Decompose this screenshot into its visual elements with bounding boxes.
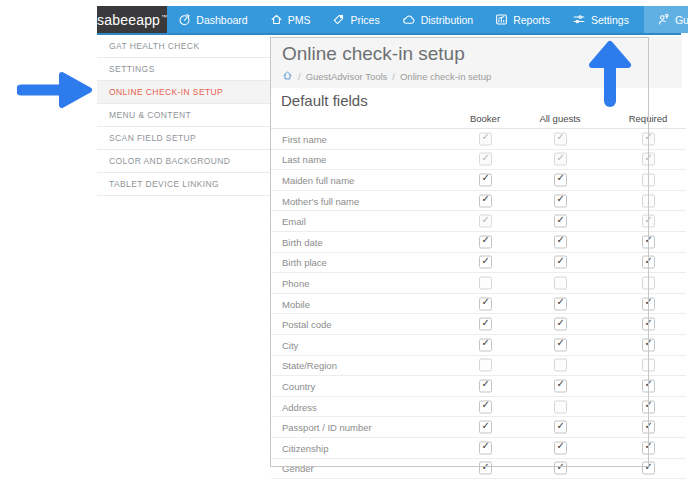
sidebar-item-online-check-in-setup[interactable]: ONLINE CHECK-IN SETUP <box>97 81 270 104</box>
checkbox-required-passport-id-number[interactable] <box>642 421 655 434</box>
checkbox-required-maiden-full-name[interactable] <box>642 173 655 186</box>
checkbox-booker-address[interactable] <box>479 400 492 413</box>
table-row-first-name: First name <box>271 129 686 150</box>
checkbox-required-gender[interactable] <box>642 462 655 475</box>
page-title: Online check-in setup <box>282 43 465 65</box>
checkbox-booker-birth-date[interactable] <box>479 235 492 248</box>
checkbox-all-guests-maiden-full-name[interactable] <box>554 173 567 186</box>
checkbox-all-guests-address[interactable] <box>554 400 567 413</box>
table-row-gender: Gender <box>271 459 686 480</box>
sidebar-item-label: MENU & CONTENT <box>109 110 191 120</box>
sidebar-item-scan-field-setup[interactable]: SCAN FIELD SETUP <box>97 127 270 150</box>
checkbox-all-guests-mobile[interactable] <box>554 297 567 310</box>
breadcrumb: / GuestAdvisor Tools / Online check-in s… <box>282 70 491 83</box>
field-label: Phone <box>282 277 309 288</box>
sidebar-item-gat-health-check[interactable]: GAT HEALTH CHECK <box>97 35 270 58</box>
sabeeapp-logo[interactable]: sabeeapp™ <box>97 6 167 33</box>
nav-item-label: Prices <box>350 14 379 26</box>
field-label: Last name <box>282 154 326 165</box>
checkbox-required-birth-date[interactable] <box>642 235 655 248</box>
sidebar-item-label: SCAN FIELD SETUP <box>109 133 196 143</box>
nav-item-reports[interactable]: Reports <box>484 6 561 33</box>
table-row-last-name: Last name <box>271 150 686 171</box>
checkbox-required-country[interactable] <box>642 379 655 392</box>
checkbox-required-citizenship[interactable] <box>642 441 655 454</box>
nav-item-prices[interactable]: Prices <box>321 6 390 33</box>
checkbox-required-phone[interactable] <box>642 276 655 289</box>
checkbox-required-mother-s-full-name[interactable] <box>642 194 655 207</box>
checkbox-all-guests-email[interactable] <box>554 215 567 228</box>
checkbox-booker-postal-code[interactable] <box>479 318 492 331</box>
checkbox-booker-gender[interactable] <box>479 462 492 475</box>
checkbox-booker-phone[interactable] <box>479 276 492 289</box>
checkbox-booker-birth-place[interactable] <box>479 256 492 269</box>
checkbox-all-guests-gender[interactable] <box>554 462 567 475</box>
nav-item-distribution[interactable]: Distribution <box>391 6 485 33</box>
checkbox-required-last-name <box>642 153 655 166</box>
checkbox-required-mobile[interactable] <box>642 297 655 310</box>
table-row-address: Address <box>271 397 686 418</box>
checkbox-all-guests-phone[interactable] <box>554 276 567 289</box>
checkbox-required-email <box>642 215 655 228</box>
field-label: First name <box>282 133 327 144</box>
checkbox-required-postal-code[interactable] <box>642 318 655 331</box>
nav-item-settings[interactable]: Settings <box>561 6 640 33</box>
field-label: Gender <box>282 463 314 474</box>
nav-item-label: Reports <box>513 14 550 26</box>
table-row-maiden-full-name: Maiden full name <box>271 170 686 191</box>
checkbox-all-guests-mother-s-full-name[interactable] <box>554 194 567 207</box>
table-row-birth-place: Birth place <box>271 253 686 274</box>
field-label: Birth place <box>282 257 327 268</box>
checkbox-all-guests-country[interactable] <box>554 379 567 392</box>
breadcrumb-guestadvisor-tools[interactable]: GuestAdvisor Tools <box>306 71 388 82</box>
table-row-city: City <box>271 335 686 356</box>
checkbox-booker-email <box>479 215 492 228</box>
sidebar-item-color-and-background[interactable]: COLOR AND BACKGROUND <box>97 150 270 173</box>
sidebar-item-label: SETTINGS <box>109 64 155 74</box>
checkbox-all-guests-state-region[interactable] <box>554 359 567 372</box>
checkbox-booker-maiden-full-name[interactable] <box>479 173 492 186</box>
checkbox-booker-country[interactable] <box>479 379 492 392</box>
table-row-birth-date: Birth date <box>271 232 686 253</box>
field-label: Citizenship <box>282 442 328 453</box>
sidebar-item-tablet-device-linking[interactable]: TABLET DEVICE LINKING <box>97 173 270 196</box>
nav-item-label: Settings <box>591 14 629 26</box>
chart-icon <box>495 13 508 26</box>
sliders-icon <box>572 13 586 26</box>
checkbox-booker-state-region[interactable] <box>479 359 492 372</box>
nav-item-label: Dashboard <box>196 14 247 26</box>
checkbox-booker-city[interactable] <box>479 338 492 351</box>
sidebar-item-settings[interactable]: SETTINGS <box>97 58 270 81</box>
page-header: Online check-in setup / GuestAdvisor Too… <box>271 37 682 88</box>
top-nav-bar: sabeeapp™ Dashboard PMS Prices Distribut… <box>97 6 681 35</box>
home-icon[interactable] <box>282 70 293 83</box>
nav-item-guestadvisor-tools[interactable]: GuestAdvisor Tools <box>644 6 688 33</box>
cloud-icon <box>402 13 416 26</box>
checkbox-all-guests-birth-place[interactable] <box>554 256 567 269</box>
field-label: Address <box>282 401 317 412</box>
checkbox-booker-passport-id-number[interactable] <box>479 421 492 434</box>
checkbox-all-guests-postal-code[interactable] <box>554 318 567 331</box>
logo-text: sabeeapp <box>97 12 160 28</box>
checkbox-required-birth-place[interactable] <box>642 256 655 269</box>
field-label: City <box>282 339 298 350</box>
checkbox-required-state-region[interactable] <box>642 359 655 372</box>
checkbox-all-guests-city[interactable] <box>554 338 567 351</box>
checkbox-booker-citizenship[interactable] <box>479 441 492 454</box>
checkbox-required-city[interactable] <box>642 338 655 351</box>
nav-item-dashboard[interactable]: Dashboard <box>167 6 258 33</box>
checkbox-all-guests-passport-id-number[interactable] <box>554 421 567 434</box>
table-row-phone: Phone <box>271 273 686 294</box>
checkbox-required-address[interactable] <box>642 400 655 413</box>
nav-item-pms[interactable]: PMS <box>259 6 322 33</box>
breadcrumb-separator: / <box>298 71 301 82</box>
checkbox-all-guests-birth-date[interactable] <box>554 235 567 248</box>
table-row-postal-code: Postal code <box>271 314 686 335</box>
checkbox-booker-mother-s-full-name[interactable] <box>479 194 492 207</box>
checkbox-all-guests-citizenship[interactable] <box>554 441 567 454</box>
checkbox-booker-mobile[interactable] <box>479 297 492 310</box>
field-label: Mobile <box>282 298 310 309</box>
nav-item-label: GuestAdvisor Tools <box>675 14 688 26</box>
breadcrumb-separator: / <box>392 71 395 82</box>
sidebar-item-menu-content[interactable]: MENU & CONTENT <box>97 104 270 127</box>
